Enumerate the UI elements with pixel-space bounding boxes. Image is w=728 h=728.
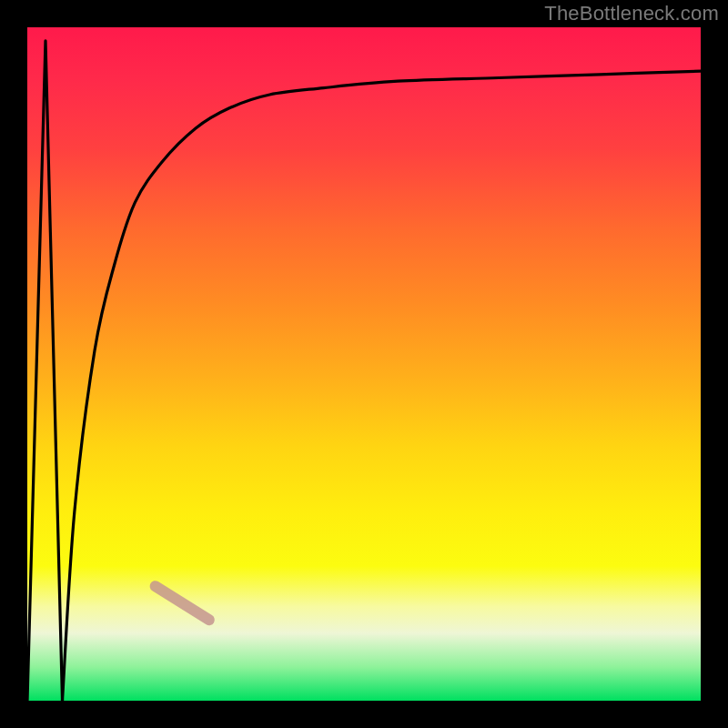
highlight-path bbox=[156, 586, 209, 620]
watermark-text: TheBottleneck.com bbox=[544, 2, 719, 25]
curve-layer bbox=[27, 27, 701, 701]
asymptote-path bbox=[63, 71, 702, 701]
spike-path bbox=[27, 41, 63, 701]
plot-area bbox=[27, 27, 701, 701]
chart-frame: TheBottleneck.com bbox=[0, 0, 728, 728]
